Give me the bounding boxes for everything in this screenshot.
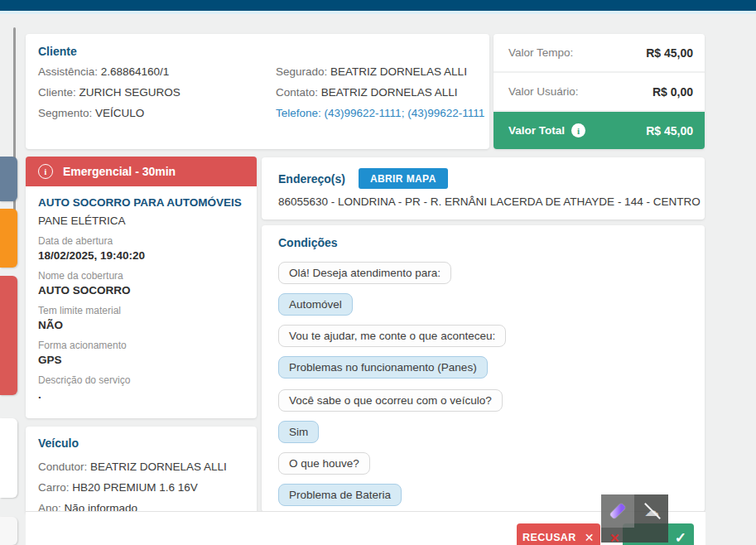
condutor-field: Condutor: BEATRIZ DORNELAS ALLI: [38, 456, 244, 477]
carro-field: Carro: HB20 PREMIUM 1.6 16V: [38, 477, 244, 498]
vehicle-card: Veículo Condutor: BEATRIZ DORNELAS ALLI …: [26, 427, 257, 513]
phone-link[interactable]: (43)99622-1111; (43)99622-1111: [325, 107, 485, 119]
left-strip-orange[interactable]: [0, 209, 17, 268]
abrir-mapa-button[interactable]: ABRIR MAPA: [359, 168, 448, 189]
conditions-card: Condições Olá! Deseja atendimento para: …: [262, 225, 705, 512]
descricao-servico-group: Descrição do serviço .: [38, 374, 244, 401]
left-strip-white[interactable]: [0, 418, 17, 498]
chat-bubble-answer: Sim: [278, 421, 319, 443]
chat-bubble-answer: Automóvel: [278, 293, 353, 316]
left-strip-bottom[interactable]: [0, 517, 17, 545]
chat-bubble-question: Olá! Deseja atendimento para:: [278, 262, 451, 284]
top-navigation-bar: [0, 0, 756, 11]
emergency-banner-label: Emergencial - 30min: [63, 165, 176, 178]
app-window: Cliente Assistência: 2.68864160/1 Client…: [0, 0, 756, 545]
forma-acionamento-group: Forma acionamento GPS: [38, 340, 244, 366]
client-fields-right: Segurado: BEATRIZ DORNELAS ALLI Contato:…: [276, 61, 484, 123]
client-card: Cliente Assistência: 2.68864160/1 Client…: [26, 34, 489, 149]
vehicle-card-title: Veículo: [38, 436, 244, 450]
nome-cobertura-group: Nome da cobertura AUTO SOCORRO: [38, 270, 244, 297]
values-panel: Valor Tempo: R$ 45,00 Valor Usuário: R$ …: [494, 34, 705, 149]
valor-tempo-row: Valor Tempo: R$ 45,00: [494, 34, 705, 71]
segurado-field: Segurado: BEATRIZ DORNELAS ALLI: [276, 61, 484, 82]
conditions-card-title: Condições: [278, 236, 688, 249]
valor-usuario-row: Valor Usuário: R$ 0,00: [494, 73, 705, 110]
telefone-field[interactable]: Telefone: (43)99622-1111; (43)99622-1111: [276, 103, 484, 123]
close-icon: ✕: [585, 531, 595, 544]
info-icon[interactable]: i: [571, 123, 585, 137]
service-card: AUTO SOCORRO PARA AUTOMÓVEIS PANE ELÉTRI…: [26, 186, 257, 418]
chat-bubble-question: O que houve?: [278, 452, 370, 475]
marker-icon: [609, 503, 626, 519]
service-subtitle: PANE ELÉTRICA: [38, 215, 244, 227]
address-line: 86055630 - LONDRINA - PR - R. ERNÂNI LAC…: [278, 195, 688, 208]
chat-bubble-question: Vou te ajudar, me conte o que aconteceu:: [278, 325, 506, 347]
address-card: Endereço(s) ABRIR MAPA 86055630 - LONDRI…: [262, 157, 705, 219]
left-strip-slate[interactable]: [0, 157, 17, 201]
chat-bubble-answer: Problemas no funcionamento (Panes): [278, 356, 488, 379]
data-abertura-group: Data de abertura 18/02/2025, 19:40:20: [38, 235, 244, 262]
left-strip-red[interactable]: [0, 276, 17, 395]
client-card-title: Cliente: [38, 45, 477, 58]
marker-tool-button[interactable]: [601, 494, 634, 528]
limite-material-group: Tem limite material NÃO: [38, 305, 244, 331]
segmento-field: Segmento: VEÍCULO: [38, 103, 181, 123]
chat-bubble-question: Você sabe o que ocorreu com o veículo?: [278, 389, 503, 412]
recusar-label: RECUSAR: [522, 532, 576, 543]
valor-total-row: Valor Totali R$ 45,00: [494, 112, 705, 149]
client-fields-left: Assistência: 2.68864160/1 Cliente: ZURIC…: [38, 61, 181, 123]
cloud-off-tool-button[interactable]: ☁: [635, 494, 668, 528]
emergency-banner: i Emergencial - 30min: [26, 157, 257, 186]
assistencia-field: Assistência: 2.68864160/1: [38, 61, 181, 82]
recusar-button[interactable]: RECUSAR ✕: [517, 523, 600, 545]
close-icon-red: ✕: [609, 531, 620, 545]
cloud-off-icon: ☁: [644, 504, 659, 518]
accent-line: [0, 11, 756, 14]
info-icon[interactable]: i: [38, 164, 53, 179]
contato-field: Contato: BEATRIZ DORNELAS ALLI: [276, 82, 484, 103]
address-card-title: Endereço(s): [278, 172, 345, 186]
cliente-field: Cliente: ZURICH SEGUROS: [38, 82, 181, 103]
service-title: AUTO SOCORRO PARA AUTOMÓVEIS: [38, 196, 244, 209]
check-icon: ✓: [675, 529, 686, 545]
chat-bubble-answer: Problema de Bateria: [278, 484, 402, 506]
